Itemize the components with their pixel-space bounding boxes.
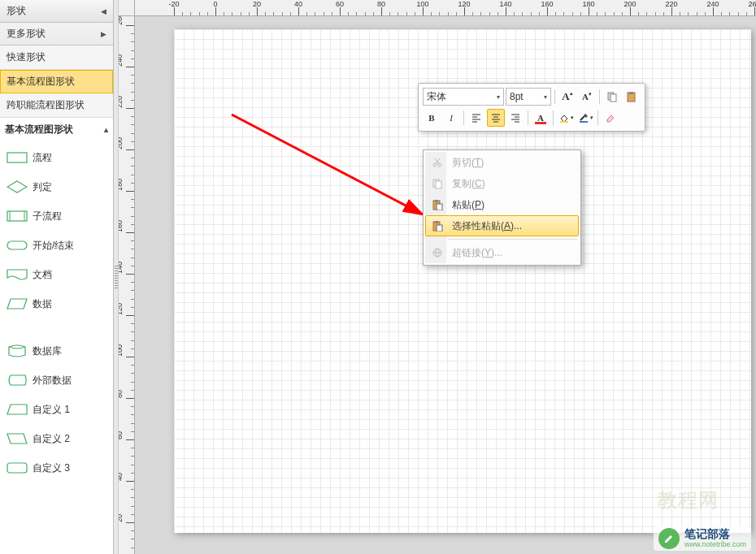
menu-paste[interactable]: 粘贴(P) (425, 194, 579, 215)
stencil-title[interactable]: 基本流程图形状 ▴ (0, 118, 113, 140)
paste-icon-button[interactable] (623, 88, 641, 106)
copy-icon-button[interactable] (603, 88, 621, 106)
eraser-button[interactable] (602, 109, 619, 127)
svg-rect-39 (437, 225, 442, 232)
ruler-corner (119, 0, 135, 16)
shape-subprocess[interactable]: 子流程 (5, 201, 108, 231)
shape-custom2[interactable]: 自定义 2 (5, 424, 108, 453)
link-icon (430, 245, 445, 260)
shape-document[interactable]: 文档 (5, 260, 108, 289)
font-color-button[interactable]: A (532, 109, 550, 127)
svg-marker-7 (7, 405, 27, 414)
svg-rect-38 (435, 221, 438, 223)
vertical-ruler[interactable]: 260240220200180160140120100806040200-20 (119, 16, 135, 554)
scissors-icon (430, 155, 445, 170)
watermark-title: 笔记部落 (684, 528, 746, 540)
copy-icon (430, 176, 445, 191)
bold-button[interactable]: B (423, 109, 441, 127)
svg-rect-9 (7, 463, 27, 473)
shape-custom1[interactable]: 自定义 1 (5, 395, 108, 424)
svg-rect-36 (437, 204, 442, 210)
shape-database[interactable]: 数据库 (5, 336, 108, 366)
line-color-button[interactable]: ▾ (576, 109, 594, 127)
category-quick-shapes[interactable]: 快速形状 (0, 45, 113, 70)
align-center-button[interactable] (487, 109, 505, 127)
watermark-url: www.notetribe.com (684, 541, 746, 549)
align-left-button[interactable] (467, 109, 485, 127)
paste-icon (430, 197, 445, 212)
font-family-select[interactable]: 宋体▾ (423, 88, 504, 106)
watermark-badge: 笔记部落 www.notetribe.com (654, 526, 751, 551)
grow-font-button[interactable]: A▴ (558, 88, 576, 106)
svg-rect-2 (7, 211, 27, 221)
shapes-sidebar: 形状 ◀ 更多形状 ▶ 快速形状 基本流程图形状 跨职能流程图形状 基本流程图形… (0, 0, 114, 554)
svg-marker-6 (7, 299, 27, 309)
shrink-font-button[interactable]: A▾ (578, 88, 596, 106)
pencil-badge-icon (658, 528, 680, 549)
svg-rect-35 (435, 200, 438, 202)
shapes-panel-header[interactable]: 形状 ◀ (0, 0, 113, 23)
svg-rect-11 (610, 94, 616, 102)
menu-cut[interactable]: 剪切(T) (425, 152, 579, 173)
menu-paste-special[interactable]: 选择性粘贴(A)... (425, 215, 579, 236)
paste-special-icon (430, 219, 445, 233)
svg-rect-27 (580, 121, 588, 123)
svg-rect-5 (7, 241, 27, 249)
menu-copy[interactable]: 复制(C) (425, 173, 579, 194)
category-basic-flowchart[interactable]: 基本流程图形状 (0, 70, 113, 93)
svg-marker-1 (7, 181, 27, 193)
collapse-icon: ▴ (104, 125, 108, 134)
shape-process[interactable]: 流程 (5, 143, 108, 172)
svg-rect-0 (7, 153, 27, 162)
horizontal-ruler[interactable]: -200204060801001201401601802002202402602… (135, 0, 756, 16)
font-size-select[interactable]: 8pt▾ (506, 88, 551, 106)
shape-external-data[interactable]: 外部数据 (5, 366, 108, 395)
fill-color-button[interactable]: ▾ (557, 109, 575, 127)
mini-format-toolbar: 宋体▾ 8pt▾ A▴ A▾ B I (418, 83, 645, 132)
canvas-area: -200204060801001201401601802002202402602… (119, 0, 756, 554)
chevron-left-icon: ◀ (101, 7, 106, 15)
italic-button[interactable]: I (442, 109, 460, 127)
svg-rect-13 (629, 92, 633, 94)
shape-data[interactable]: 数据 (5, 289, 108, 318)
shapes-header-label: 形状 (7, 4, 26, 18)
more-shapes-row[interactable]: 更多形状 ▶ (0, 23, 113, 45)
shape-decision[interactable]: 判定 (5, 172, 108, 201)
category-crossfunc-flowchart[interactable]: 跨职能流程图形状 (0, 93, 113, 118)
chevron-right-icon: ▶ (101, 30, 106, 38)
faint-watermark: 教程网 (658, 487, 719, 513)
shape-list: 流程 判定 子流程 开始/结束 文档 数据 (0, 140, 113, 554)
svg-rect-33 (436, 181, 441, 188)
shape-custom3[interactable]: 自定义 3 (5, 453, 108, 483)
context-menu: 剪切(T) 复制(C) 粘贴(P) 选择性粘贴(A)... (423, 149, 581, 266)
page-viewport[interactable]: 宋体▾ 8pt▾ A▴ A▾ B I (135, 16, 756, 554)
shape-terminator[interactable]: 开始/结束 (5, 231, 108, 260)
drawing-page[interactable]: 宋体▾ 8pt▾ A▴ A▾ B I (174, 29, 751, 533)
align-right-button[interactable] (506, 109, 524, 127)
svg-marker-8 (7, 434, 27, 444)
menu-hyperlink[interactable]: 超链接(Y)... (425, 242, 579, 263)
more-shapes-label: 更多形状 (7, 27, 46, 41)
svg-rect-26 (560, 121, 568, 123)
